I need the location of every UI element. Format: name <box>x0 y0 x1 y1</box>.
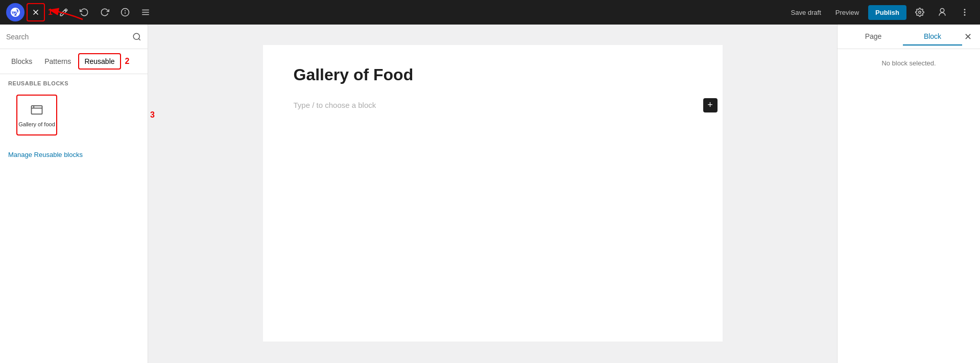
search-icon-button[interactable] <box>132 32 141 41</box>
page-title[interactable]: Gallery of Food <box>294 65 692 84</box>
user-button[interactable] <box>933 3 951 21</box>
toolbar-right: Save draft Preview Publish <box>786 3 974 21</box>
publish-button[interactable]: Publish <box>868 5 906 20</box>
left-sidebar: Blocks Patterns Reusable 2 REUSABLE BLOC… <box>0 25 148 363</box>
svg-point-10 <box>964 9 965 10</box>
more-options-button[interactable] <box>955 3 974 21</box>
close-right-sidebar-button[interactable]: ✕ <box>962 29 974 44</box>
manage-reusable-link[interactable]: Manage Reusable blocks <box>8 151 83 158</box>
annotation-1: 1 <box>48 8 53 17</box>
svg-point-11 <box>964 12 965 13</box>
annotation-2: 2 <box>125 57 130 66</box>
list-view-button[interactable] <box>136 3 155 21</box>
reusable-block-item[interactable]: Gallery of food <box>16 95 57 135</box>
section-label: REUSABLE BLOCKS <box>0 74 148 90</box>
tools-pencil-button[interactable] <box>55 3 73 21</box>
editor-content: Gallery of Food Type / to choose a block… <box>263 45 723 342</box>
search-input[interactable] <box>6 33 128 41</box>
tab-patterns[interactable]: Patterns <box>39 54 76 69</box>
tabs-row: Blocks Patterns Reusable 2 <box>0 49 148 74</box>
placeholder-text: Type / to choose a block <box>294 101 376 109</box>
redo-button[interactable] <box>95 3 114 21</box>
right-sidebar: Page Block ✕ No block selected. <box>837 25 980 363</box>
preview-button[interactable]: Preview <box>830 6 864 19</box>
tab-blocks[interactable]: Blocks <box>6 54 37 69</box>
svg-rect-15 <box>32 106 42 114</box>
svg-point-9 <box>919 11 921 14</box>
save-draft-button[interactable]: Save draft <box>786 6 826 19</box>
search-bar <box>0 25 148 49</box>
top-toolbar: 1 Save draft Pr <box>0 0 980 25</box>
settings-button[interactable] <box>911 3 929 21</box>
main-layout: Blocks Patterns Reusable 2 REUSABLE BLOC… <box>0 25 980 363</box>
info-button[interactable] <box>116 3 134 21</box>
wp-logo[interactable] <box>6 3 25 21</box>
undo-button[interactable] <box>75 3 93 21</box>
tab-block[interactable]: Block <box>903 28 962 46</box>
add-block-button[interactable]: + <box>703 98 718 112</box>
tab-page[interactable]: Page <box>844 28 903 46</box>
svg-point-13 <box>133 33 139 39</box>
tab-reusable[interactable]: Reusable <box>78 53 121 70</box>
annotation-3: 3 <box>150 110 155 120</box>
svg-line-14 <box>138 38 140 40</box>
block-label: Gallery of food <box>18 121 55 127</box>
right-sidebar-header: Page Block ✕ <box>838 25 980 49</box>
editor-area[interactable]: Gallery of Food Type / to choose a block… <box>148 25 837 363</box>
block-placeholder[interactable]: Type / to choose a block + <box>294 97 692 114</box>
block-icon <box>30 103 44 119</box>
manage-link-wrapper: Manage Reusable blocks <box>0 144 148 165</box>
svg-point-12 <box>964 15 965 16</box>
no-block-message: No block selected. <box>838 49 980 77</box>
reusable-block-wrapper: Gallery of food 3 <box>8 93 139 138</box>
close-button[interactable] <box>27 3 45 21</box>
